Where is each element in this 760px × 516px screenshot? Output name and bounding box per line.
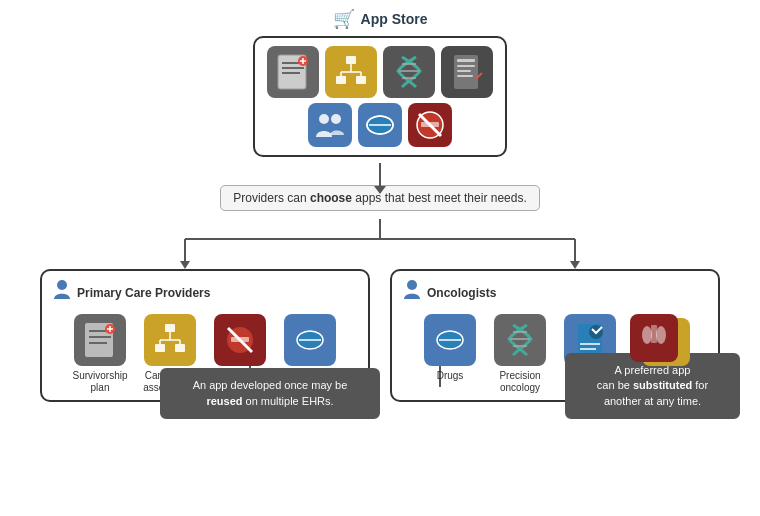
note-sub-bold: substituted (633, 379, 692, 391)
choose-text-bold: choose (310, 191, 352, 205)
primary-care-title: Primary Care Providers (77, 286, 210, 300)
choose-text-pre: Providers can (233, 191, 310, 205)
oncologists-label: Oncologists (402, 279, 708, 306)
svg-rect-18 (457, 59, 475, 62)
person-icon-pcp (52, 279, 72, 306)
svg-rect-19 (457, 65, 475, 67)
svg-point-79 (656, 326, 666, 344)
diagram: 🛒 App Store (0, 0, 760, 516)
app-no-smoking-store (408, 103, 452, 147)
onco-imaging-stack (630, 314, 690, 366)
app-survivorship (267, 46, 319, 98)
app-store-container: 🛒 App Store (253, 8, 507, 157)
note-reuse: An app developed once may be reused on m… (160, 368, 380, 419)
arrow-appstore-to-choose (379, 163, 381, 187)
app-store-top-row (267, 46, 493, 98)
svg-point-23 (331, 114, 341, 124)
app-store-box (253, 36, 507, 157)
note-reuse-pre: An app developed once may be (193, 379, 348, 391)
svg-marker-34 (180, 261, 190, 269)
svg-rect-21 (457, 75, 473, 77)
person-icon-onco (402, 279, 422, 306)
svg-rect-9 (356, 76, 366, 84)
svg-rect-80 (651, 325, 657, 343)
svg-rect-53 (175, 344, 185, 352)
app-team (308, 103, 352, 147)
primary-care-label: Primary Care Providers (52, 279, 358, 306)
svg-point-63 (407, 280, 417, 290)
app-cancer-risk (325, 46, 377, 98)
note-reuse-suffix: on multiple EHRs. (242, 395, 333, 407)
svg-rect-8 (336, 76, 346, 84)
svg-rect-52 (155, 344, 165, 352)
svg-point-78 (642, 326, 652, 344)
svg-rect-51 (165, 324, 175, 332)
svg-rect-7 (346, 56, 356, 64)
svg-marker-36 (570, 261, 580, 269)
app-drugs-store (358, 103, 402, 147)
app-store-label: App Store (361, 11, 428, 27)
svg-rect-20 (457, 70, 471, 72)
note-reuse-bold: reused (206, 395, 242, 407)
app-checklist (441, 46, 493, 98)
svg-point-22 (319, 114, 329, 124)
app-genetics (383, 46, 435, 98)
oncologists-title: Oncologists (427, 286, 496, 300)
imaging-front-icon (630, 314, 678, 362)
app-store-title: 🛒 App Store (333, 8, 428, 30)
svg-point-43 (57, 280, 67, 290)
app-store-bottom-row (308, 103, 452, 147)
cart-icon: 🛒 (333, 8, 355, 30)
